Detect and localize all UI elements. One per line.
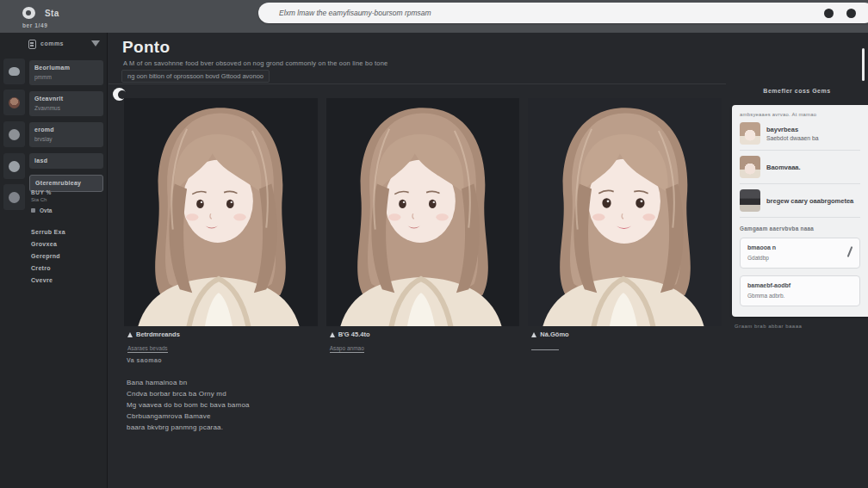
person-row[interactable]: Baomvaaa.	[740, 151, 860, 184]
right-panel-card: ambsyeaaes avrvao. At mamao bayvrbeas Sa…	[732, 105, 868, 317]
list-item-title: Gteavnrlt	[34, 96, 98, 102]
sidebar-bullet-item[interactable]: Ovta	[31, 207, 52, 213]
person-name: Baomvaaa.	[766, 164, 801, 171]
page-subtitle: A M of on savohnne food bver obsoved on …	[123, 59, 388, 67]
rail-cloud-button[interactable]	[3, 59, 25, 84]
image-gallery	[124, 98, 722, 326]
avatar-icon	[9, 97, 20, 108]
list-item-title: lasd	[34, 158, 98, 164]
brand[interactable]: Sta	[22, 7, 59, 19]
girl-portrait-illustration	[124, 98, 318, 326]
notes-line: Mg vaavea do bo bom bc bava bamoa	[127, 399, 250, 411]
image-caption: Betrdmreands Asaraes bevads	[124, 330, 318, 354]
sidebar-meta: BUY % Sta Ch	[31, 189, 52, 202]
card-title: bamaebf-aodbf	[747, 282, 852, 288]
panel-section-label: Gamgaam aaervbvba naaa	[740, 225, 860, 232]
sidebar-list: Beorlumam pmmm Gteavnrlt Zvavnmus eromd …	[29, 60, 103, 198]
sidebar-link[interactable]: Cvevre	[31, 277, 65, 283]
notes-header: Va saomao	[127, 357, 250, 363]
portrait-image-3[interactable]	[528, 98, 722, 326]
girl-portrait-illustration	[528, 98, 722, 326]
list-item[interactable]: eromd brvslay	[29, 122, 103, 147]
list-item-title: Gteremrubleay	[35, 180, 97, 186]
image-captions: Betrdmreands Asaraes bevads B'G 45.4to A…	[124, 330, 722, 354]
collection-icon	[28, 40, 36, 49]
card-subtitle: Gdatdbp	[747, 255, 852, 261]
person-avatar	[740, 156, 760, 178]
eye-logo-icon	[22, 7, 35, 19]
person-avatar	[740, 189, 760, 212]
right-panel-title: Bemefler coss Gems	[726, 88, 868, 94]
caption-subtext: Asapo anmao	[330, 345, 364, 353]
rail-avatar-button[interactable]	[3, 90, 25, 115]
list-item-subtitle: brvslay	[34, 136, 98, 142]
girl-portrait-illustration	[326, 98, 520, 326]
search-input[interactable]	[258, 3, 690, 23]
notes-line: Cbrbuangamrova Bamave	[127, 411, 250, 422]
list-item-subtitle: pmmm	[34, 74, 98, 80]
person-row[interactable]: bregew caary oaabrgometea	[740, 184, 860, 218]
sidebar-link[interactable]: Gereprnd	[31, 253, 65, 259]
account-button[interactable]	[846, 9, 856, 18]
sidebar-link[interactable]: Serrub Exa	[31, 229, 65, 235]
rail-item-button-1[interactable]	[3, 121, 25, 147]
notifications-button[interactable]	[824, 9, 834, 18]
caption-subtext	[531, 349, 559, 350]
list-item[interactable]: Gteavnrlt Zvavnmus	[29, 91, 103, 116]
brand-label: Sta	[45, 9, 59, 18]
person-row[interactable]: bayvrbeas Saebdot dwaaen ba	[740, 117, 860, 151]
portrait-image-1[interactable]	[124, 98, 318, 326]
scrollbar[interactable]	[862, 48, 865, 81]
card-subtitle: Gbmma adbrb.	[747, 293, 852, 299]
caption-text: B'G 45.4to	[338, 330, 370, 338]
caption-text: Ná.Gömo	[540, 330, 568, 338]
rail-item-button-2[interactable]	[3, 153, 25, 179]
list-item-title: eromd	[34, 127, 98, 133]
person-name: bregew caary oaabrgometea	[766, 197, 853, 205]
person-desc: Saebdot dwaaen ba	[766, 135, 818, 141]
person-avatar	[740, 122, 760, 145]
circle-icon	[9, 192, 20, 203]
panel-footer-text: Graam brab abbar baaaa	[735, 324, 802, 329]
right-panel: Bemefler coss Gems ambsyeaaes avrvao. At…	[726, 33, 868, 488]
sidebar-header: comms	[28, 39, 102, 51]
main-content: Ponto A M of on savohnne food bver obsov…	[108, 33, 726, 488]
circle-icon	[9, 129, 20, 140]
image-caption: B'G 45.4to Asapo anmao	[326, 330, 520, 354]
person-name: bayvrbeas	[766, 126, 818, 133]
panel-card-item[interactable]: bmaooa n Gdatdbp	[740, 238, 860, 269]
sidebar-links: Serrub Exa Grovxea Gereprnd Cretro Cvevr…	[31, 229, 65, 289]
page-subtitle-2: ng oon bition of oprossoon bovd Gttood a…	[121, 70, 270, 83]
panel-card-item[interactable]: bamaebf-aodbf Gbmma adbrb.	[740, 275, 860, 306]
circle-icon	[9, 161, 20, 172]
sidebar-link[interactable]: Cretro	[31, 265, 65, 271]
bullet-label: Ovta	[40, 207, 52, 213]
list-item[interactable]: Beorlumam pmmm	[29, 60, 103, 85]
sidebar-header-label: comms	[40, 40, 64, 46]
filter-icon[interactable]	[91, 40, 100, 46]
sidebar-link[interactable]: Grovxea	[31, 241, 65, 247]
card-title: bmaooa n	[747, 244, 852, 250]
list-item-title: Beorlumam	[34, 65, 98, 71]
notes-line: baara bkvbrg panmng pcaraa.	[127, 422, 250, 433]
portrait-image-2[interactable]	[326, 98, 520, 326]
caption-text: Betrdmreands	[136, 330, 180, 338]
search-bar	[258, 3, 868, 23]
triangle-icon	[330, 332, 335, 337]
cloud-icon	[9, 67, 20, 76]
meta-line: BUY %	[31, 189, 52, 195]
notes-line: Cndva borbar brca ba Orny md	[127, 388, 250, 399]
list-item[interactable]: lasd	[29, 153, 103, 169]
triangle-icon	[531, 332, 536, 337]
list-item-subtitle: Zvavnmus	[34, 105, 98, 111]
rail-item-button-3[interactable]	[3, 184, 25, 210]
bullet-icon	[31, 208, 35, 213]
notes-line: Bana hamalnoa bn	[127, 377, 250, 388]
meta-line: Sta Ch	[31, 197, 52, 202]
top-bar: Sta ber 1/49	[0, 0, 868, 33]
app-window: Sta ber 1/49 comms Beorlumam pmmm Gteavn…	[0, 0, 868, 488]
left-sidebar: comms Beorlumam pmmm Gteavnrlt Zvavnmus …	[0, 33, 108, 488]
brand-subtitle: ber 1/49	[22, 22, 47, 28]
page-title: Ponto	[122, 38, 170, 57]
image-caption: Ná.Gömo	[528, 330, 722, 354]
